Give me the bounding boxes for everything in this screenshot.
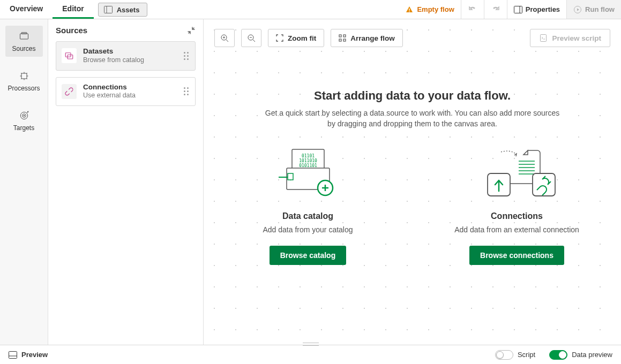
zoom-in-button[interactable] [214, 29, 235, 47]
body: Sources Processors Targets Sources [0, 19, 621, 345]
top-bar: Overview Editor Assets Empty flow [0, 0, 621, 19]
warning-icon [405, 5, 414, 14]
bottom-bar: Preview Script Data preview [0, 345, 621, 364]
redo-icon [491, 5, 500, 14]
empty-flow-status: Empty flow [399, 0, 460, 19]
arrange-flow-label: Arrange flow [350, 34, 395, 42]
data-preview-switch[interactable] [549, 350, 567, 360]
zoom-out-button[interactable] [241, 29, 261, 47]
script-toggle-label: Script [518, 351, 535, 359]
rail-label: Targets [13, 124, 34, 132]
panel-icon [514, 6, 522, 13]
panel-body: Datasets Browse from catalog Connections… [48, 41, 203, 106]
svg-line-16 [226, 40, 228, 42]
zoom-fit-button[interactable]: Zoom fit [268, 29, 324, 47]
connection-icon [62, 84, 77, 99]
svg-rect-7 [20, 34, 28, 39]
svg-rect-4 [514, 6, 522, 13]
undo-button[interactable] [461, 0, 484, 19]
source-title: Connections [83, 83, 176, 92]
sources-icon [8, 31, 41, 42]
panel-icon [9, 351, 17, 359]
collapse-panel-button[interactable] [187, 26, 196, 35]
main-tabs: Overview Editor Assets [0, 0, 152, 19]
rail-label: Processors [8, 85, 40, 92]
properties-button[interactable]: Properties [507, 0, 566, 19]
svg-rect-3 [409, 11, 410, 12]
drag-handle-icon[interactable] [183, 86, 190, 96]
drag-handle-icon[interactable] [183, 51, 190, 61]
svg-rect-0 [104, 6, 112, 13]
source-title: Datasets [83, 47, 176, 56]
source-subtitle: Browse from catalog [83, 56, 176, 65]
svg-rect-43 [9, 351, 17, 358]
script-toggle: Script [495, 350, 535, 360]
svg-rect-22 [339, 35, 341, 37]
canvas-placeholder: Start adding data to your data flow. Get… [204, 89, 621, 265]
arrange-flow-button[interactable]: Arrange flow [331, 29, 403, 47]
script-icon [539, 34, 548, 42]
svg-rect-25 [343, 39, 346, 41]
preview-panel-toggle[interactable]: Preview [9, 351, 48, 359]
preview-label: Preview [21, 351, 48, 359]
dataset-icon [62, 48, 77, 63]
tab-overview[interactable]: Overview [0, 0, 53, 19]
browse-connections-button[interactable]: Browse connections [469, 246, 564, 265]
rail-processors[interactable]: Processors [5, 65, 43, 96]
script-switch[interactable] [495, 350, 513, 360]
canvas-toolbar: Zoom fit Arrange flow [214, 29, 403, 47]
option-data-catalog: 01101 1011010 0101101 Data catalog Add d… [238, 144, 378, 265]
redo-button[interactable] [484, 0, 507, 19]
placeholder-subtitle: Get a quick start by selecting a data so… [263, 108, 563, 129]
zoom-fit-label: Zoom fit [288, 34, 316, 42]
browse-catalog-button[interactable]: Browse catalog [270, 246, 346, 265]
source-item-datasets[interactable]: Datasets Browse from catalog [56, 41, 196, 71]
panel-title: Sources [56, 26, 87, 35]
option-subtitle: Add data from your catalog [263, 225, 353, 234]
source-item-connections[interactable]: Connections Use external data [56, 77, 196, 107]
rail-targets[interactable]: Targets [5, 105, 43, 136]
svg-rect-9 [21, 73, 27, 79]
flow-canvas[interactable]: Zoom fit Arrange flow Preview script Sta… [204, 19, 621, 345]
svg-line-20 [253, 40, 255, 42]
svg-text:01101: 01101 [301, 154, 314, 158]
processors-icon [8, 71, 41, 81]
resize-handle[interactable] [303, 343, 319, 346]
top-right: Empty flow Properties Run flow [399, 0, 621, 19]
svg-rect-8 [21, 33, 27, 34]
undo-icon [468, 5, 477, 14]
tab-label: Overview [10, 4, 43, 13]
panel-icon [104, 6, 113, 13]
sources-panel: Sources Datasets Browse from catalog [48, 19, 204, 345]
assets-label: Assets [117, 6, 140, 14]
svg-rect-42 [533, 173, 555, 196]
assets-button[interactable]: Assets [98, 3, 148, 17]
svg-text:0101101: 0101101 [299, 163, 317, 168]
data-preview-toggle: Data preview [549, 350, 612, 360]
panel-header: Sources [48, 19, 203, 41]
option-connections: Connections Add data from an external co… [447, 144, 587, 265]
placeholder-title: Start adding data to your data flow. [225, 89, 600, 103]
tab-editor[interactable]: Editor [53, 0, 93, 19]
option-title: Data catalog [282, 211, 333, 221]
empty-flow-label: Empty flow [417, 5, 454, 13]
preview-script-button[interactable]: Preview script [530, 29, 610, 47]
run-flow-label: Run flow [585, 5, 615, 13]
rail-sources[interactable]: Sources [5, 26, 43, 57]
zoom-in-icon [220, 34, 229, 42]
tab-label: Editor [62, 4, 84, 13]
rail: Sources Processors Targets [0, 19, 48, 345]
zoom-out-icon [247, 34, 256, 42]
run-flow-button[interactable]: Run flow [566, 0, 621, 19]
rail-label: Sources [12, 45, 35, 52]
svg-rect-2 [409, 9, 410, 11]
play-icon [573, 5, 582, 14]
data-preview-toggle-label: Data preview [572, 351, 612, 359]
svg-rect-32 [288, 173, 293, 180]
preview-script-label: Preview script [552, 34, 601, 42]
svg-rect-26 [541, 35, 547, 42]
data-catalog-illustration: 01101 1011010 0101101 [276, 144, 340, 203]
svg-rect-23 [343, 35, 346, 37]
option-title: Connections [491, 211, 543, 221]
svg-point-12 [24, 115, 25, 116]
